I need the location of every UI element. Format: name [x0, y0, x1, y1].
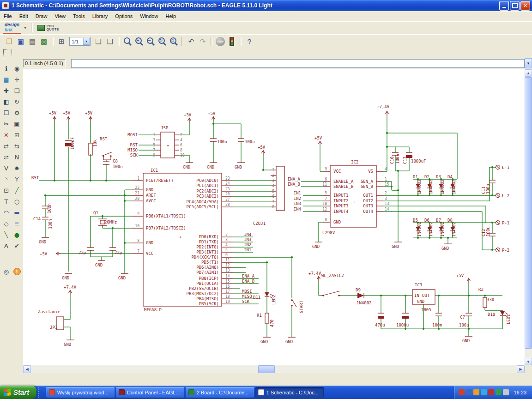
schematic-label[interactable]: 10	[322, 202, 327, 206]
cut-tool-icon[interactable]: ✂	[1, 119, 11, 128]
tray-icon[interactable]	[503, 389, 509, 395]
schematic-label[interactable]: JSP	[161, 126, 169, 130]
menu-draw[interactable]: Draw	[32, 12, 51, 21]
schematic-label[interactable]: SCK	[242, 299, 250, 304]
schematic-label[interactable]: GND	[146, 241, 153, 245]
print-icon[interactable]: ▤	[27, 36, 38, 47]
schematic-label[interactable]: GND	[146, 187, 153, 192]
schematic-label[interactable]: +5V	[314, 136, 322, 140]
schematic-label[interactable]: 22p	[115, 250, 122, 255]
schematic-label[interactable]: 2	[180, 133, 182, 137]
schematic-label[interactable]: PD7(AIN1)	[196, 270, 219, 275]
schematic-canvas[interactable]: +5V+5V+5V+5V+5V+5V+5V+5V+5V+7,4V+7,4V+7,…	[23, 69, 525, 365]
grid-icon[interactable]: ⊞	[56, 36, 67, 47]
schematic-label[interactable]: C14	[33, 217, 41, 221]
schematic-label[interactable]: IN	[414, 293, 419, 298]
delete-tool-icon[interactable]: ✕	[1, 130, 11, 139]
schematic-label[interactable]: C10	[390, 157, 394, 164]
gateswap-tool-icon[interactable]: ⇆	[12, 141, 22, 151]
maximize-button[interactable]	[510, 1, 520, 11]
schematic-label[interactable]: 100n	[113, 164, 123, 169]
schematic-label[interactable]: 3	[385, 197, 387, 201]
taskbar-task[interactable]: 1 Schematic - C:\Doc...	[255, 387, 324, 398]
tray-icon[interactable]	[488, 389, 494, 395]
schematic-label[interactable]: 3	[225, 238, 228, 242]
switches[interactable]	[102, 152, 341, 307]
polygon-tool-icon[interactable]: ◇	[1, 219, 11, 228]
schematic-label[interactable]: GND	[207, 165, 214, 169]
board-icon[interactable]: ▩	[38, 36, 49, 47]
schematic-label[interactable]: 5	[225, 248, 228, 252]
stop-icon[interactable]: STOP	[215, 36, 226, 47]
schematic-label[interactable]: 12	[225, 263, 230, 267]
schematic-label[interactable]: 1N4002	[452, 222, 456, 237]
schematic-label[interactable]: GND	[417, 299, 424, 304]
schematic-label[interactable]: 8	[137, 239, 139, 243]
schematic-label[interactable]: PC1(ADC1)	[196, 183, 219, 188]
menu-help[interactable]: Help	[162, 12, 180, 21]
schematic-label[interactable]: MOSI	[127, 133, 138, 137]
schematic-label[interactable]: ENABLE_A	[333, 179, 354, 184]
schematic-label[interactable]: GND	[285, 339, 293, 344]
schematic-label[interactable]: +	[167, 143, 169, 148]
schematic-label[interactable]: GND	[39, 240, 46, 244]
open-icon[interactable]: ❒	[4, 36, 15, 47]
show-tool-icon[interactable]: ◉	[12, 64, 22, 73]
schematic-label[interactable]: PD0(RXD)	[199, 235, 219, 239]
label-tool-icon[interactable]: A	[1, 241, 11, 250]
schematic-label[interactable]: IN1	[244, 248, 251, 252]
schematic-label[interactable]: PC4(ADC4/SDA)	[187, 200, 219, 204]
schematic-label[interactable]: AVCC	[146, 199, 156, 203]
display-tool-icon[interactable]: ▦	[1, 75, 11, 84]
rotate-tool-icon[interactable]: ↻	[12, 97, 22, 106]
schematic-label[interactable]: Zasilanie	[38, 309, 60, 314]
schematic-label[interactable]: 2	[385, 191, 387, 195]
schematic-label[interactable]: Ł-2	[502, 193, 509, 198]
schematic-label[interactable]: D10	[488, 312, 495, 317]
schematic-label[interactable]: ENA_B	[288, 182, 300, 187]
erc-lens-tool-icon[interactable]: ◎	[1, 267, 11, 276]
close-button[interactable]: ✕	[520, 1, 530, 11]
schematic-label[interactable]: IN4	[294, 207, 301, 212]
errors-tool-icon[interactable]: !	[12, 267, 22, 276]
scroll-down-arrow[interactable]: ▼	[525, 358, 532, 365]
schematic-label[interactable]: 100u	[486, 226, 490, 236]
frame2-icon[interactable]: ❏	[104, 36, 115, 47]
undo-icon[interactable]: ↶	[186, 36, 197, 47]
schematic-label[interactable]: INPUT2	[333, 199, 349, 203]
schematic-label[interactable]: 1	[153, 133, 155, 137]
schematic-label[interactable]: 9	[153, 153, 155, 157]
schematic-label[interactable]: 5	[272, 189, 274, 193]
schematic-label[interactable]: 100uF	[70, 137, 75, 150]
schematic-label[interactable]: 470	[270, 320, 274, 327]
start-button[interactable]: Start	[0, 386, 36, 399]
schematic-label[interactable]: 14	[225, 274, 230, 278]
schematic-label[interactable]: 6	[225, 253, 228, 257]
schematic-label[interactable]: 100n	[395, 154, 400, 164]
schematic-label[interactable]: 7	[272, 200, 274, 204]
schematic-label[interactable]: L298V	[322, 230, 335, 235]
schematic-label[interactable]: 10	[180, 153, 185, 157]
add-tool-icon[interactable]: ⊞	[12, 130, 22, 139]
schematic-label[interactable]: 2	[272, 174, 274, 178]
schematic-label[interactable]: +5V	[63, 111, 71, 115]
schematic-label[interactable]: Q1	[93, 211, 98, 215]
tray-icon[interactable]	[466, 389, 472, 395]
menu-window[interactable]: Window	[136, 12, 162, 21]
mark-tool-icon[interactable]: ✛	[12, 75, 22, 84]
schematic-label[interactable]: RST	[100, 137, 108, 141]
zoom-select-icon[interactable]: ▫	[168, 36, 179, 47]
schematic-label[interactable]: MISO	[127, 148, 138, 152]
schematic-label[interactable]: OUT1	[363, 193, 373, 198]
schematic-label[interactable]: GND	[183, 165, 190, 169]
schematic-label[interactable]: PB1(OC1A)	[196, 281, 219, 286]
tray-icon[interactable]	[481, 389, 487, 395]
title-bar[interactable]: 1 Schematic - C:\Documents and Settings\…	[0, 0, 532, 11]
miter-tool-icon[interactable]: ◝	[1, 175, 11, 184]
schematic-label[interactable]: 1N4002	[440, 222, 445, 237]
schematic-label[interactable]: GND	[462, 339, 470, 343]
schematic-label[interactable]: AREF	[146, 193, 156, 198]
mirror-tool-icon[interactable]: ◧	[1, 97, 11, 106]
schematic-label[interactable]: RST	[31, 175, 39, 180]
schematic-label[interactable]: C11	[481, 187, 486, 194]
